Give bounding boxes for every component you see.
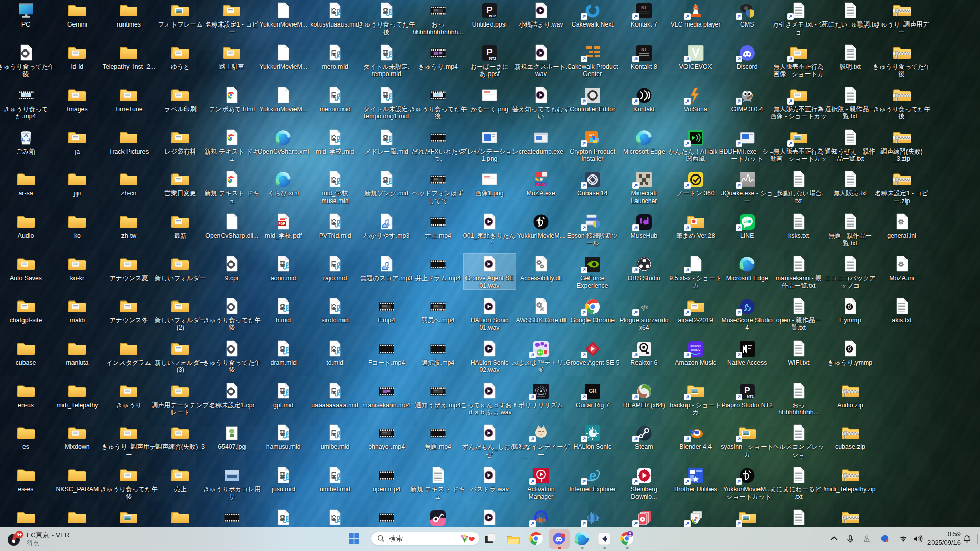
svg-text:9+: 9+ [17,532,22,537]
